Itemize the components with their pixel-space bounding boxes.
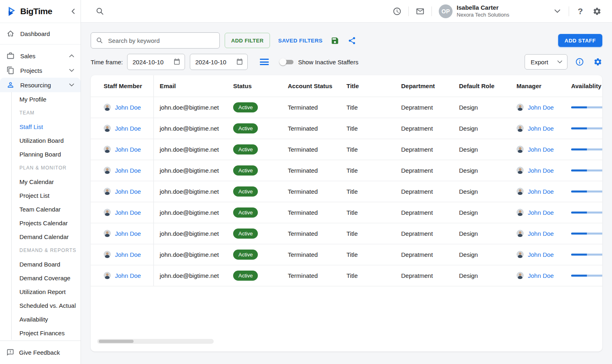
manager-avatar <box>516 230 524 237</box>
chevron-down-icon <box>555 9 560 13</box>
manager-name-link[interactable]: John Doe <box>528 272 554 279</box>
staff-email-cell: john.doe@bigtime.net <box>153 97 227 118</box>
export-dropdown[interactable]: Export <box>525 54 567 70</box>
manager-name-link[interactable]: John Doe <box>528 125 554 132</box>
sidebar-item-staff-list[interactable]: Staff List <box>19 120 81 133</box>
manager-avatar <box>516 272 524 279</box>
inactive-staffers-toggle[interactable] <box>279 58 294 66</box>
brand-logo: BigTime <box>0 0 81 23</box>
sidebar-item-scheduled-vs-actual[interactable]: Scheduled vs. Actual <box>19 298 81 312</box>
column-header-availablity: Availablity <box>565 75 602 97</box>
sidebar-item-demand-calendar[interactable]: Demand Calendar <box>19 230 81 243</box>
mail-icon <box>416 7 425 16</box>
keyword-search-input[interactable] <box>107 37 215 44</box>
manager-name-link[interactable]: John Doe <box>528 209 554 216</box>
status-badge: Active <box>233 102 258 112</box>
sidebar-item-demand-coverage[interactable]: Demand Coverage <box>19 271 81 285</box>
staff-name-link[interactable]: John Doe <box>115 167 141 174</box>
table-row: John Doe john.doe@bigtime.net Active Ter… <box>91 244 602 265</box>
manager-name-link[interactable]: John Doe <box>528 251 554 258</box>
briefcase-icon <box>6 52 15 60</box>
manager-name-link[interactable]: John Doe <box>528 188 554 195</box>
collapse-sidebar-button[interactable] <box>71 8 75 14</box>
sidebar-item-utilization-board[interactable]: Utilization Board <box>19 133 81 147</box>
staff-name-link[interactable]: John Doe <box>115 125 141 132</box>
chevron-up-icon <box>69 54 74 57</box>
staff-avatar <box>104 125 111 132</box>
horizontal-scrollbar[interactable] <box>97 339 214 344</box>
availability-bar <box>571 148 602 150</box>
view-options-button[interactable] <box>260 59 269 65</box>
title-cell: Title <box>340 244 395 265</box>
sidebar-item-dashboard[interactable]: Dashboard <box>0 23 81 44</box>
title-cell: Title <box>340 160 395 181</box>
staff-name-link[interactable]: John Doe <box>115 146 141 153</box>
column-header-status: Status <box>227 75 282 97</box>
share-icon <box>348 36 356 45</box>
date-to-input[interactable]: 2024-10-10 <box>190 54 248 70</box>
date-from-input[interactable]: 2024-10-10 <box>127 54 185 70</box>
saved-filters-button[interactable]: SAVED FILTERS <box>278 38 323 44</box>
staff-email-cell: john.doe@bigtime.net <box>153 160 227 181</box>
sidebar-item-project-list[interactable]: Project List <box>19 188 81 202</box>
scrollbar-thumb[interactable] <box>99 340 134 343</box>
add-staff-button[interactable]: ADD STAFF <box>558 34 602 47</box>
user-menu-button[interactable] <box>555 9 560 13</box>
account-settings-button[interactable] <box>593 7 601 16</box>
chevron-down-icon <box>69 69 74 72</box>
timesheet-button[interactable] <box>393 7 402 16</box>
sidebar-item-sales[interactable]: Sales <box>0 49 81 63</box>
user-avatar[interactable]: OP <box>439 4 453 18</box>
status-badge: Active <box>233 165 258 176</box>
table-settings-button[interactable] <box>593 57 602 66</box>
staff-name-link[interactable]: John Doe <box>115 272 141 279</box>
manager-name-link[interactable]: John Doe <box>528 167 554 174</box>
sidebar-item-planning-board[interactable]: Planning Board <box>19 147 81 161</box>
user-info: Isabella Carter Nexora Tech Solutions <box>457 4 509 19</box>
user-company: Nexora Tech Solutions <box>457 12 509 18</box>
staff-name-link[interactable]: John Doe <box>115 104 141 111</box>
sidebar-item-demand-board[interactable]: Demand Board <box>19 257 81 271</box>
table-row: John Doe john.doe@bigtime.net Active Ter… <box>91 202 602 223</box>
sidebar-item-my-profile[interactable]: My Profile <box>19 92 81 106</box>
staff-email-cell: john.doe@bigtime.net <box>153 244 227 265</box>
sidebar-item-projects-calendar[interactable]: Projects Calendar <box>19 216 81 230</box>
manager-name-link[interactable]: John Doe <box>528 230 554 237</box>
availability-bar <box>571 169 602 171</box>
brand-name: BigTime <box>20 6 52 16</box>
add-filter-button[interactable]: ADD FILTER <box>225 33 270 48</box>
sidebar-item-utilization-report[interactable]: Utilization Report <box>19 285 81 298</box>
staff-name-link[interactable]: John Doe <box>115 251 141 258</box>
staff-email-cell: john.doe@bigtime.net <box>153 139 227 160</box>
staff-name-link[interactable]: John Doe <box>115 209 141 216</box>
inactive-staffers-label: Show Inactive Staffers <box>298 59 358 66</box>
manager-name-link[interactable]: John Doe <box>528 104 554 111</box>
search-icon <box>96 37 103 44</box>
help-button[interactable]: ? <box>578 6 583 16</box>
title-cell: Title <box>340 202 395 223</box>
table-row: John Doe john.doe@bigtime.net Active Ter… <box>91 118 602 139</box>
toolbar: ADD FILTER SAVED FILTERS ADD STAFF <box>91 32 602 49</box>
sidebar-item-availability[interactable]: Availability <box>19 312 81 326</box>
staff-name-link[interactable]: John Doe <box>115 188 141 195</box>
messages-button[interactable] <box>416 7 425 16</box>
global-search-button[interactable] <box>96 7 104 16</box>
availability-bar <box>571 275 602 277</box>
department-cell: Depratment <box>395 265 453 286</box>
staff-email-cell: john.doe@bigtime.net <box>153 223 227 244</box>
share-button[interactable] <box>348 36 356 45</box>
sidebar-item-projects[interactable]: Projects <box>0 63 81 78</box>
give-feedback-button[interactable]: Give Feedback <box>0 341 81 364</box>
save-filter-button[interactable] <box>331 36 339 45</box>
status-badge: Active <box>233 144 258 154</box>
staff-name-link[interactable]: John Doe <box>115 230 141 237</box>
sidebar-item-project-finances[interactable]: Project Finances <box>19 326 81 340</box>
info-button[interactable] <box>575 57 584 66</box>
sidebar-item-resourcing[interactable]: Resourcing <box>0 78 81 92</box>
person-icon <box>6 81 15 89</box>
sidebar-item-label: Sales <box>20 53 36 59</box>
sidebar-item-team-calendar[interactable]: Team Calendar <box>19 202 81 216</box>
sidebar-item-my-calendar[interactable]: My Calendar <box>19 175 81 188</box>
manager-name-link[interactable]: John Doe <box>528 146 554 153</box>
availability-bar <box>571 190 602 193</box>
